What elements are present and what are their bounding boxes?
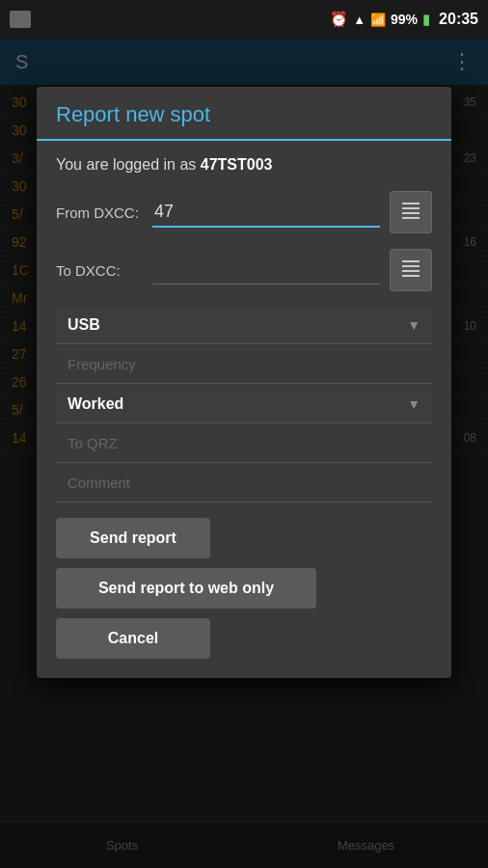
to-qrz-input[interactable] [68,435,420,451]
worked-dropdown-arrow: ▼ [407,396,420,412]
send-report-web-btn-row: Send report to web only [56,568,432,609]
worked-value: Worked [68,395,407,413]
list-icon [399,257,422,285]
status-icons: ⏰ ▲ 📶 99% ▮ 20:35 [330,11,478,28]
dialog-title: Report new spot [56,102,210,126]
from-dxcc-label: From DXCC: [56,204,143,221]
battery-icon: ▮ [422,11,430,28]
mode-dropdown[interactable]: USB ▼ [56,307,432,344]
from-dxcc-row: From DXCC: [56,191,432,233]
worked-dropdown[interactable]: Worked ▼ [56,386,432,423]
svg-rect-4 [402,260,420,262]
cancel-btn-row: Cancel [56,618,432,659]
send-report-web-button[interactable]: Send report to web only [56,568,316,609]
svg-rect-6 [402,270,420,272]
list-icon [399,199,422,227]
status-bar: ⏰ ▲ 📶 99% ▮ 20:35 [0,0,488,39]
battery-text: 99% [391,12,418,27]
logged-in-user: 47TST003 [201,156,273,173]
to-dxcc-label: To DXCC: [56,262,143,279]
comment-input[interactable] [68,475,420,491]
comment-row [56,465,432,502]
send-report-button[interactable]: Send report [56,518,210,558]
clock: 20:35 [439,11,478,28]
svg-rect-7 [402,275,420,277]
wifi-icon: ▲ [353,13,366,27]
svg-rect-2 [402,212,420,214]
dialog-overlay: Report new spot You are logged in as 47T… [0,39,488,868]
cancel-button[interactable]: Cancel [56,618,210,659]
send-report-btn-row: Send report [56,518,432,558]
to-dxcc-row: To DXCC: [56,249,432,291]
frequency-input[interactable] [68,356,420,372]
svg-rect-1 [402,207,420,209]
svg-rect-5 [402,265,420,267]
signal-icon: 📶 [370,13,386,27]
logged-in-row: You are logged in as 47TST003 [56,156,432,174]
svg-rect-0 [402,203,420,204]
alarm-icon: ⏰ [330,11,348,28]
from-dxcc-list-button[interactable] [390,191,432,233]
dialog-body: You are logged in as 47TST003 From DXCC: [37,141,451,678]
photo-icon [10,11,31,28]
to-qrz-row [56,425,432,463]
to-dxcc-input[interactable] [152,256,380,285]
status-left [10,0,31,39]
svg-rect-3 [402,217,420,219]
frequency-row [56,346,432,384]
report-spot-dialog: Report new spot You are logged in as 47T… [37,87,451,678]
to-dxcc-list-button[interactable] [390,249,432,291]
mode-dropdown-arrow: ▼ [407,317,420,333]
mode-value: USB [68,316,407,334]
logged-in-prefix: You are logged in as [56,156,201,173]
from-dxcc-input[interactable] [152,198,380,228]
dialog-title-bar: Report new spot [37,87,451,141]
